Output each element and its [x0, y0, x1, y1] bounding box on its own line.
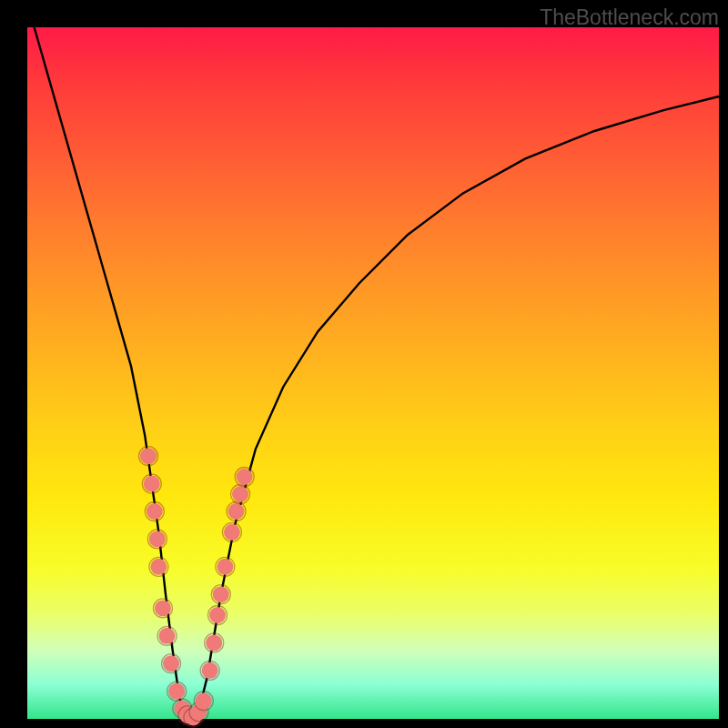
- data-bead: [196, 693, 212, 709]
- data-bead: [213, 586, 229, 602]
- data-bead: [237, 469, 253, 485]
- chart-svg-layer: [27, 27, 719, 719]
- data-bead: [155, 600, 171, 616]
- data-bead: [144, 476, 160, 492]
- data-bead: [209, 607, 226, 623]
- data-bead: [159, 628, 176, 644]
- data-bead: [224, 524, 240, 541]
- watermark-text: TheBottleneck.com: [540, 5, 719, 30]
- data-bead: [147, 503, 163, 520]
- plot-area: [27, 27, 719, 719]
- data-bead: [217, 559, 233, 575]
- data-bead: [168, 683, 185, 700]
- bottleneck-curve: [35, 27, 719, 719]
- data-bead: [150, 559, 167, 575]
- curve-group: [35, 27, 719, 719]
- data-bead: [232, 486, 248, 502]
- data-bead: [206, 634, 222, 651]
- beads-group: [139, 447, 255, 727]
- data-bead: [228, 503, 245, 520]
- data-bead: [140, 448, 157, 464]
- data-bead: [163, 655, 179, 672]
- data-bead: [202, 662, 218, 679]
- data-bead: [149, 531, 166, 547]
- chart-frame: TheBottleneck.com: [0, 0, 728, 728]
